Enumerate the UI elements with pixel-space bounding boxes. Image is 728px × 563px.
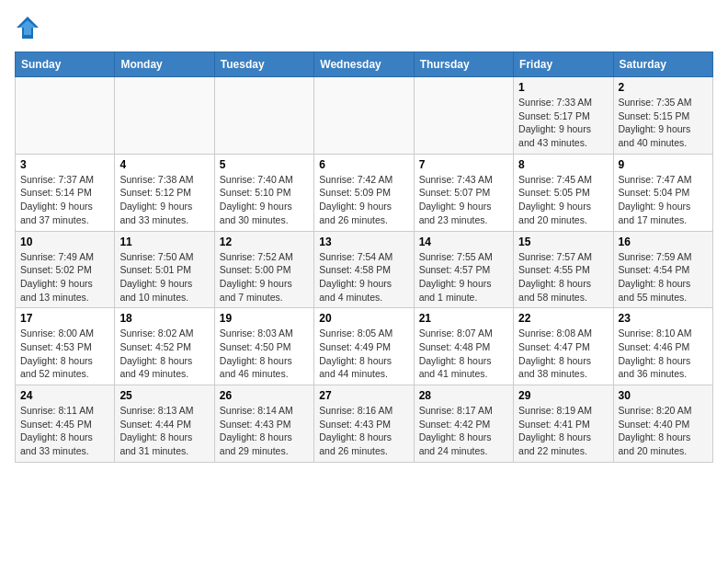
day-info: Sunrise: 8:03 AMSunset: 4:50 PMDaylight:… [220,327,309,381]
calendar-cell: 24Sunrise: 8:11 AMSunset: 4:45 PMDayligh… [16,385,115,463]
calendar-week-2: 3Sunrise: 7:37 AMSunset: 5:14 PMDaylight… [16,154,713,231]
calendar-cell: 7Sunrise: 7:43 AMSunset: 5:07 PMDaylight… [414,154,513,231]
day-number: 29 [518,389,608,402]
calendar-cell: 1Sunrise: 7:33 AMSunset: 5:17 PMDaylight… [514,77,613,155]
day-number: 23 [619,312,708,325]
day-info: Sunrise: 7:59 AMSunset: 4:54 PMDaylight:… [619,250,708,304]
calendar-cell: 25Sunrise: 8:13 AMSunset: 4:44 PMDayligh… [115,385,214,463]
day-number: 10 [20,236,109,248]
day-info: Sunrise: 8:08 AMSunset: 4:47 PMDaylight:… [518,327,608,381]
day-number: 12 [220,236,309,248]
calendar-week-3: 10Sunrise: 7:49 AMSunset: 5:02 PMDayligh… [16,231,713,308]
day-number: 30 [619,389,708,402]
calendar-cell: 3Sunrise: 7:37 AMSunset: 5:14 PMDaylight… [16,154,115,231]
calendar-cell: 12Sunrise: 7:52 AMSunset: 5:00 PMDayligh… [214,231,313,308]
day-number: 2 [619,81,708,94]
day-info: Sunrise: 7:55 AMSunset: 4:57 PMDaylight:… [419,250,508,304]
day-info: Sunrise: 7:33 AMSunset: 5:17 PMDaylight:… [518,96,608,150]
day-info: Sunrise: 8:10 AMSunset: 4:46 PMDaylight:… [619,327,708,381]
calendar-cell: 13Sunrise: 7:54 AMSunset: 4:58 PMDayligh… [314,231,414,308]
weekday-header-tuesday: Tuesday [214,52,313,77]
calendar-cell: 19Sunrise: 8:03 AMSunset: 4:50 PMDayligh… [214,308,313,385]
calendar-cell: 18Sunrise: 8:02 AMSunset: 4:52 PMDayligh… [115,308,214,385]
calendar-week-4: 17Sunrise: 8:00 AMSunset: 4:53 PMDayligh… [16,308,713,385]
calendar-cell [115,77,214,155]
day-info: Sunrise: 7:57 AMSunset: 4:55 PMDaylight:… [518,250,608,304]
day-number: 7 [419,158,508,171]
day-number: 24 [20,389,109,402]
day-number: 21 [419,312,508,325]
day-info: Sunrise: 7:49 AMSunset: 5:02 PMDaylight:… [20,250,109,304]
calendar-cell: 11Sunrise: 7:50 AMSunset: 5:01 PMDayligh… [115,231,214,308]
day-info: Sunrise: 8:00 AMSunset: 4:53 PMDaylight:… [20,327,109,381]
day-info: Sunrise: 8:14 AMSunset: 4:43 PMDaylight:… [220,404,309,458]
calendar-cell: 10Sunrise: 7:49 AMSunset: 5:02 PMDayligh… [16,231,115,308]
day-info: Sunrise: 8:05 AMSunset: 4:49 PMDaylight:… [319,327,408,381]
calendar-cell: 22Sunrise: 8:08 AMSunset: 4:47 PMDayligh… [514,308,613,385]
calendar-cell: 30Sunrise: 8:20 AMSunset: 4:40 PMDayligh… [613,385,712,463]
calendar-cell: 5Sunrise: 7:40 AMSunset: 5:10 PMDaylight… [214,154,313,231]
weekday-header-thursday: Thursday [414,52,513,77]
day-number: 5 [220,158,309,171]
day-number: 11 [119,236,209,248]
day-number: 3 [20,158,109,171]
weekday-header-wednesday: Wednesday [314,52,414,77]
day-info: Sunrise: 7:54 AMSunset: 4:58 PMDaylight:… [319,250,408,304]
header [15,15,713,40]
logo [15,15,44,40]
day-info: Sunrise: 7:52 AMSunset: 5:00 PMDaylight:… [220,250,309,304]
calendar-cell [214,77,313,155]
calendar-cell: 27Sunrise: 8:16 AMSunset: 4:43 PMDayligh… [314,385,414,463]
calendar-cell: 14Sunrise: 7:55 AMSunset: 4:57 PMDayligh… [414,231,513,308]
day-number: 15 [518,236,608,248]
calendar-cell: 29Sunrise: 8:19 AMSunset: 4:41 PMDayligh… [514,385,613,463]
weekday-header-friday: Friday [514,52,613,77]
calendar-cell: 8Sunrise: 7:45 AMSunset: 5:05 PMDaylight… [514,154,613,231]
calendar-cell: 16Sunrise: 7:59 AMSunset: 4:54 PMDayligh… [613,231,712,308]
day-number: 8 [518,158,608,171]
calendar-cell: 4Sunrise: 7:38 AMSunset: 5:12 PMDaylight… [115,154,214,231]
day-info: Sunrise: 8:16 AMSunset: 4:43 PMDaylight:… [319,404,408,458]
day-info: Sunrise: 8:19 AMSunset: 4:41 PMDaylight:… [518,404,608,458]
day-number: 17 [20,312,109,325]
calendar-cell: 9Sunrise: 7:47 AMSunset: 5:04 PMDaylight… [613,154,712,231]
day-info: Sunrise: 7:47 AMSunset: 5:04 PMDaylight:… [619,173,708,227]
calendar-cell: 28Sunrise: 8:17 AMSunset: 4:42 PMDayligh… [414,385,513,463]
calendar-cell: 26Sunrise: 8:14 AMSunset: 4:43 PMDayligh… [214,385,313,463]
day-info: Sunrise: 8:17 AMSunset: 4:42 PMDaylight:… [419,404,508,458]
day-number: 26 [220,389,309,402]
weekday-header-saturday: Saturday [613,52,712,77]
calendar-cell: 20Sunrise: 8:05 AMSunset: 4:49 PMDayligh… [314,308,414,385]
calendar-cell: 6Sunrise: 7:42 AMSunset: 5:09 PMDaylight… [314,154,414,231]
calendar-table: SundayMondayTuesdayWednesdayThursdayFrid… [15,52,713,463]
day-info: Sunrise: 7:37 AMSunset: 5:14 PMDaylight:… [20,173,109,227]
day-number: 13 [319,236,408,248]
weekday-header-row: SundayMondayTuesdayWednesdayThursdayFrid… [16,52,713,77]
day-info: Sunrise: 7:50 AMSunset: 5:01 PMDaylight:… [119,250,209,304]
day-number: 25 [119,389,209,402]
day-number: 28 [419,389,508,402]
calendar-cell: 17Sunrise: 8:00 AMSunset: 4:53 PMDayligh… [16,308,115,385]
logo-icon [15,15,40,40]
calendar-cell: 21Sunrise: 8:07 AMSunset: 4:48 PMDayligh… [414,308,513,385]
day-info: Sunrise: 7:38 AMSunset: 5:12 PMDaylight:… [119,173,209,227]
calendar-cell [314,77,414,155]
calendar-cell [414,77,513,155]
day-number: 16 [619,236,708,248]
calendar-week-1: 1Sunrise: 7:33 AMSunset: 5:17 PMDaylight… [16,77,713,155]
calendar-cell [16,77,115,155]
day-number: 6 [319,158,408,171]
day-info: Sunrise: 8:07 AMSunset: 4:48 PMDaylight:… [419,327,508,381]
day-number: 4 [119,158,209,171]
calendar-cell: 2Sunrise: 7:35 AMSunset: 5:15 PMDaylight… [613,77,712,155]
calendar-cell: 15Sunrise: 7:57 AMSunset: 4:55 PMDayligh… [514,231,613,308]
day-info: Sunrise: 7:45 AMSunset: 5:05 PMDaylight:… [518,173,608,227]
day-number: 18 [119,312,209,325]
day-number: 19 [220,312,309,325]
day-info: Sunrise: 8:11 AMSunset: 4:45 PMDaylight:… [20,404,109,458]
calendar-week-5: 24Sunrise: 8:11 AMSunset: 4:45 PMDayligh… [16,385,713,463]
weekday-header-sunday: Sunday [16,52,115,77]
calendar-cell: 23Sunrise: 8:10 AMSunset: 4:46 PMDayligh… [613,308,712,385]
day-number: 1 [518,81,608,94]
day-number: 22 [518,312,608,325]
